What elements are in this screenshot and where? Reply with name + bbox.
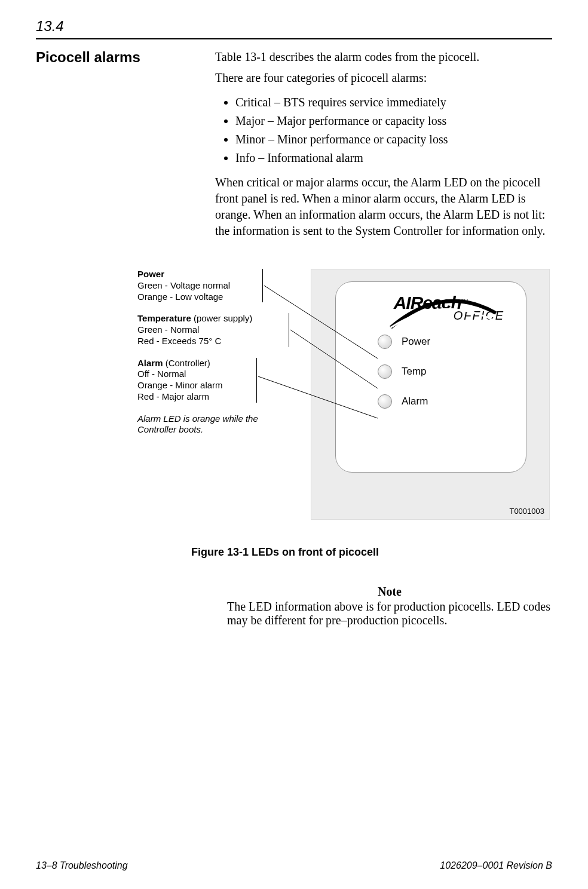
alarm-category-list: Critical – BTS requires service immediat… <box>235 94 552 166</box>
section-number: 13.4 <box>36 18 552 38</box>
led-row-alarm: Alarm <box>378 394 526 409</box>
list-item: Minor – Minor performance or capacity lo… <box>235 131 552 148</box>
list-item: Major – Major performance or capacity lo… <box>235 113 552 129</box>
callout-paren: (Controller) <box>166 358 210 368</box>
figure-caption: Figure 13-1 LEDs on front of picocell <box>191 546 552 559</box>
callout-column: Power Green - Voltage normal Orange - Lo… <box>137 269 299 436</box>
note-text: The LED information above is for product… <box>227 600 552 627</box>
note-block: Note The LED information above is for pr… <box>227 585 552 627</box>
brand-logo: AIReachTM OFFICE <box>336 296 526 323</box>
callout-line: Orange - Minor alarm <box>137 380 223 390</box>
brand-top-text: AIReach <box>394 293 461 312</box>
figure-block: Power Green - Voltage normal Orange - Lo… <box>137 269 556 538</box>
intro-paragraph-1: Table 13-1 describes the alarm codes fro… <box>215 49 552 65</box>
led-power-icon <box>378 335 392 349</box>
led-list: Power Temp Alarm <box>378 335 526 409</box>
callout-power: Power Green - Voltage normal Orange - Lo… <box>137 269 263 302</box>
intro-paragraph-2: There are four categories of picocell al… <box>215 70 552 86</box>
callout-line: Off - Normal <box>137 369 186 379</box>
left-column: Picocell alarms <box>36 49 215 66</box>
callout-title: Power <box>137 269 164 279</box>
footer-right: 1026209–0001 Revision B <box>440 860 552 871</box>
led-temp-icon <box>378 364 392 379</box>
led-row-power: Power <box>378 335 526 349</box>
callout-title: Alarm <box>137 358 163 368</box>
section-heading: Picocell alarms <box>36 49 215 66</box>
footer-left: 13–8 Troubleshooting <box>36 860 128 871</box>
callout-line: Green - Normal <box>137 324 199 335</box>
callout-title: Temperature <box>137 313 191 323</box>
led-label: Power <box>402 336 430 348</box>
callout-paren: (power supply) <box>194 313 252 323</box>
led-label: Temp <box>402 366 427 378</box>
callout-temp: Temperature (power supply) Green - Norma… <box>137 313 289 347</box>
brand-tm: TM <box>461 298 468 304</box>
content-area: Picocell alarms Table 13-1 describes the… <box>36 49 552 251</box>
led-row-temp: Temp <box>378 364 526 379</box>
boot-note: Alarm LED is orange while the Controller… <box>137 413 299 436</box>
callout-line: Green - Voltage normal <box>137 280 230 290</box>
right-column: Table 13-1 describes the alarm codes fro… <box>215 49 552 251</box>
note-label: Note <box>264 585 515 599</box>
device-area: AIReachTM OFFICE Power Temp Alarm T0 <box>311 269 550 520</box>
callout-line: Red - Exceeds 75° C <box>137 336 221 346</box>
when-paragraph: When critical or major alarms occur, the… <box>215 174 552 239</box>
callout-alarm: Alarm (Controller) Off - Normal Orange -… <box>137 358 257 403</box>
horizontal-rule <box>36 38 552 39</box>
list-item: Critical – BTS requires service immediat… <box>235 94 552 111</box>
led-label: Alarm <box>402 396 428 407</box>
page-footer: 13–8 Troubleshooting 1026209–0001 Revisi… <box>36 860 552 871</box>
led-alarm-icon <box>378 394 392 409</box>
callout-line: Orange - Low voltage <box>137 292 223 302</box>
device-panel: AIReachTM OFFICE Power Temp Alarm <box>335 281 526 473</box>
list-item: Info – Informational alarm <box>235 150 552 166</box>
figure-number: T0001003 <box>509 507 544 516</box>
callout-line: Red - Major alarm <box>137 391 209 401</box>
